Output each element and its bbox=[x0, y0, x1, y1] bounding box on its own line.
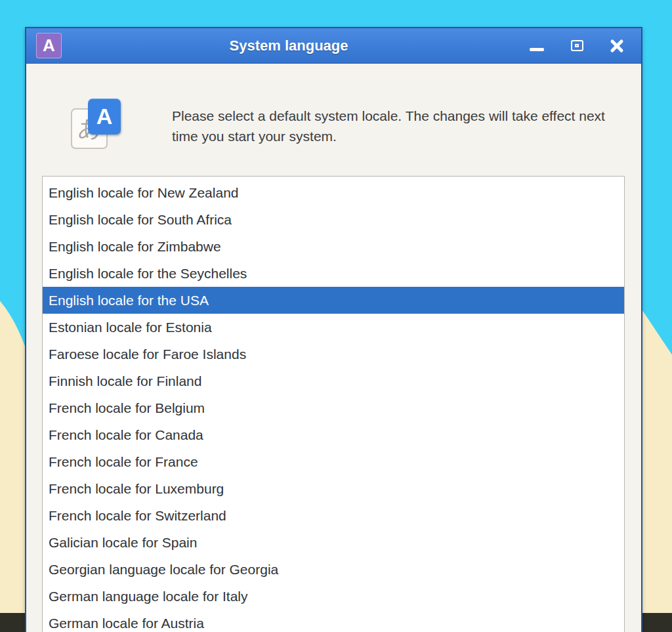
language-icon: あ A bbox=[70, 98, 135, 161]
locale-list-item[interactable]: Georgian language locale for Georgia bbox=[43, 556, 624, 583]
close-button[interactable] bbox=[607, 28, 627, 63]
locale-list-item[interactable]: Estonian locale for Estonia bbox=[43, 314, 624, 341]
app-icon-letter: A bbox=[43, 35, 55, 56]
locale-list-item[interactable]: German locale for Austria bbox=[43, 610, 624, 632]
locale-list-item[interactable]: German language locale for Italy bbox=[43, 583, 624, 610]
minimize-icon bbox=[530, 48, 544, 51]
locale-list-item[interactable]: French locale for Switzerland bbox=[43, 502, 624, 529]
locale-list-item[interactable]: French locale for Belgium bbox=[43, 394, 624, 421]
close-icon bbox=[610, 39, 624, 53]
locale-list-item[interactable]: Faroese locale for Faroe Islands bbox=[43, 341, 624, 368]
titlebar[interactable]: A System language bbox=[26, 28, 641, 64]
locale-list[interactable]: English locale for New ZealandEnglish lo… bbox=[42, 176, 625, 632]
maximize-icon bbox=[571, 40, 583, 51]
wallpaper-shape-right bbox=[641, 302, 672, 632]
locale-list-item[interactable]: English locale for South Africa bbox=[43, 206, 624, 233]
locale-list-item[interactable]: English locale for the Seychelles bbox=[43, 260, 624, 287]
minimize-button[interactable] bbox=[527, 28, 547, 63]
dialog-message: Please select a default system locale. T… bbox=[172, 106, 615, 146]
desktop: { "window": { "title": "System language"… bbox=[0, 0, 672, 632]
locale-list-item-selected[interactable]: English locale for the USA bbox=[43, 287, 624, 314]
locale-list-item[interactable]: French locale for Canada bbox=[43, 421, 624, 448]
locale-list-item[interactable]: Finnish locale for Finland bbox=[43, 368, 624, 394]
locale-list-item[interactable]: English locale for New Zealand bbox=[43, 179, 624, 206]
app-icon: A bbox=[36, 33, 62, 58]
window-title: System language bbox=[230, 28, 348, 63]
locale-list-item[interactable]: French locale for Luxemburg bbox=[43, 475, 624, 502]
maximize-button[interactable] bbox=[567, 28, 587, 63]
locale-list-item[interactable]: French locale for France bbox=[43, 448, 624, 475]
locale-list-item[interactable]: English locale for Zimbabwe bbox=[43, 233, 624, 260]
locale-list-item[interactable]: Galician locale for Spain bbox=[43, 529, 624, 556]
language-icon-latin-square: A bbox=[88, 98, 121, 135]
system-language-window: A System language あ A Please select a de… bbox=[25, 27, 642, 632]
